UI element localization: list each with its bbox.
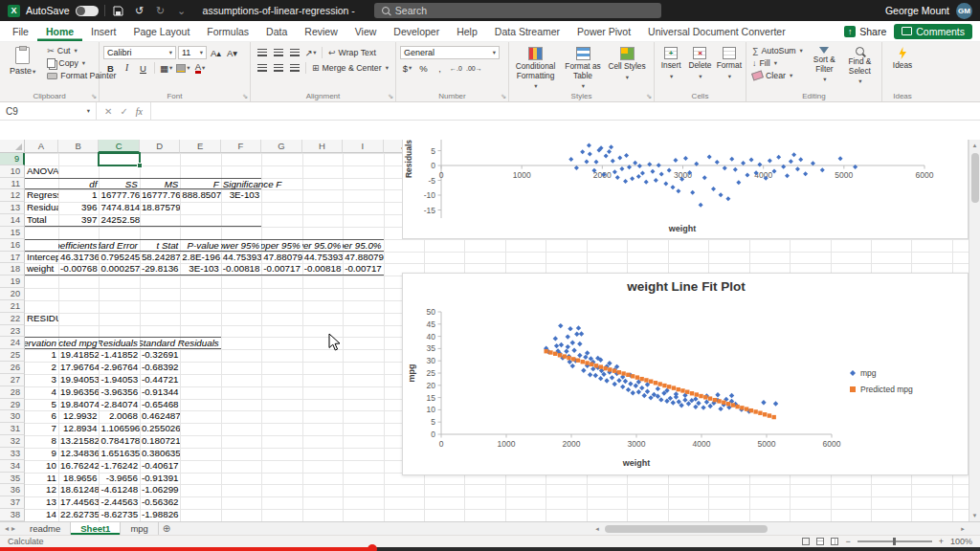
- find-select-button[interactable]: Find & Select▾: [844, 45, 876, 85]
- ribbon-tab-universal-document-converter[interactable]: Universal Document Converter: [639, 21, 794, 41]
- row-header-35[interactable]: 35: [0, 473, 25, 485]
- ribbon-tab-page-layout[interactable]: Page Layout: [124, 21, 198, 41]
- grid-cell-D31[interactable]: 0.255026: [140, 423, 180, 435]
- grid-cell-B36[interactable]: 18.61248: [58, 484, 99, 496]
- grid-cell-B27[interactable]: 19.94053: [58, 374, 99, 386]
- search-input[interactable]: Search: [374, 3, 661, 18]
- row-header-17[interactable]: 17: [0, 252, 25, 264]
- horizontal-scroll-thumb[interactable]: [605, 525, 768, 533]
- row-header-28[interactable]: 28: [0, 386, 25, 399]
- align-left-icon[interactable]: [255, 61, 269, 75]
- undo-icon[interactable]: ↺: [132, 3, 147, 18]
- grid-cell-D34[interactable]: -0.40617: [140, 460, 180, 473]
- orientation-icon[interactable]: ↗▾: [303, 46, 318, 59]
- grid-cell-A10[interactable]: ANOVA: [25, 165, 58, 178]
- name-box[interactable]: C9 ▾: [0, 102, 97, 120]
- ribbon-tab-review[interactable]: Review: [296, 21, 345, 41]
- grid-cell-D18[interactable]: -29.8136: [140, 263, 180, 276]
- ribbon-tab-formulas[interactable]: Formulas: [198, 21, 257, 41]
- video-progress-bar[interactable]: [0, 547, 980, 551]
- styles-dialog-launcher[interactable]: ⇘: [646, 93, 652, 100]
- sheet-tab-sheet1[interactable]: Sheet1: [71, 522, 121, 535]
- grid-cell-D36[interactable]: -1.06299: [140, 484, 180, 496]
- zoom-slider[interactable]: [858, 540, 932, 542]
- row-header-19[interactable]: 19: [0, 276, 25, 288]
- zoom-slider-knob[interactable]: [893, 538, 896, 545]
- row-header-24[interactable]: 24: [0, 337, 25, 349]
- grid-cell-I18[interactable]: -0.00717: [343, 263, 383, 276]
- grid-cell-E18[interactable]: 3E-103: [180, 263, 220, 276]
- grid-cell-D35[interactable]: -0.91391: [140, 473, 180, 485]
- grid-cell-B31[interactable]: 12.8934: [58, 423, 99, 435]
- cancel-icon[interactable]: ✕: [104, 106, 112, 117]
- conditional-formatting-button[interactable]: Conditional Formatting▾: [513, 45, 558, 90]
- align-bottom-icon[interactable]: [287, 46, 301, 59]
- underline-icon[interactable]: U: [136, 61, 150, 75]
- grid-cell-C17[interactable]: 0.795245: [99, 252, 139, 264]
- fx-icon[interactable]: fx: [136, 106, 143, 117]
- grid-cell-A30[interactable]: 6: [25, 410, 58, 423]
- grid-cell-B18[interactable]: -0.00768: [58, 263, 99, 276]
- comma-icon[interactable]: ,: [433, 61, 447, 75]
- grid-cell-D25[interactable]: -0.32691: [140, 349, 180, 362]
- ideas-button[interactable]: Ideas: [886, 45, 919, 71]
- row-header-26[interactable]: 26: [0, 362, 25, 374]
- grid-cell-B33[interactable]: 12.34836: [58, 448, 99, 460]
- clear-button[interactable]: Clear▾: [750, 70, 805, 81]
- sheet-nav-right-icon[interactable]: ▸: [11, 524, 15, 533]
- grid-cell-A12[interactable]: Regression: [25, 189, 58, 202]
- align-top-icon[interactable]: [255, 46, 269, 59]
- row-header-9[interactable]: 9: [0, 153, 25, 165]
- row-header-21[interactable]: 21: [0, 300, 25, 313]
- grid-cell-G18[interactable]: -0.00717: [261, 263, 301, 276]
- grid-cell-C30[interactable]: 2.0068: [99, 410, 139, 423]
- column-header-C[interactable]: C: [99, 140, 139, 153]
- align-middle-icon[interactable]: [271, 46, 285, 59]
- row-header-22[interactable]: 22: [0, 313, 25, 325]
- grid-cell-A11[interactable]: [25, 178, 58, 190]
- row-header-36[interactable]: 36: [0, 484, 25, 496]
- grid-cell-B14[interactable]: 397: [58, 214, 99, 227]
- ribbon-tab-data[interactable]: Data: [257, 21, 296, 41]
- grid-cell-B30[interactable]: 12.9932: [58, 410, 99, 423]
- autosave-toggle[interactable]: [76, 6, 99, 16]
- scroll-down-icon[interactable]: ▼: [969, 510, 980, 521]
- grid-cell-A27[interactable]: 3: [25, 374, 58, 386]
- grid-cell-A35[interactable]: 11: [25, 473, 58, 485]
- grid-cell-E16[interactable]: P-value: [180, 239, 220, 252]
- grid-cell-A37[interactable]: 13: [25, 496, 58, 509]
- column-header-A[interactable]: A: [25, 140, 58, 153]
- row-header-32[interactable]: 32: [0, 435, 25, 448]
- grid-cell-C25[interactable]: -1.41852: [99, 349, 139, 362]
- ribbon-tab-home[interactable]: Home: [37, 21, 82, 41]
- row-header-33[interactable]: 33: [0, 448, 25, 460]
- column-header-H[interactable]: H: [302, 140, 343, 153]
- grid-cell-E12[interactable]: 888.8507: [180, 189, 220, 202]
- fill-color-icon[interactable]: ▾: [175, 61, 190, 75]
- ribbon-tab-view[interactable]: View: [346, 21, 386, 41]
- grid-cell-D32[interactable]: 0.180721: [140, 435, 180, 448]
- grid-cell-D30[interactable]: 0.462487: [140, 410, 180, 423]
- user-name[interactable]: George Mount: [885, 5, 949, 16]
- alignment-dialog-launcher[interactable]: ⇘: [388, 93, 393, 100]
- sheet-nav-left-icon[interactable]: ◂: [5, 524, 9, 533]
- grid-cell-B32[interactable]: 13.21582: [58, 435, 99, 448]
- grid-cell-C29[interactable]: -2.84074: [99, 399, 139, 411]
- grid-cell-D12[interactable]: 16777.76: [140, 189, 180, 202]
- grid-cell-D16[interactable]: t Stat: [140, 239, 180, 252]
- autosum-button[interactable]: ∑AutoSum▾: [750, 45, 805, 56]
- grid-cell-C14[interactable]: 24252.58: [99, 214, 139, 227]
- grid-cell-A14[interactable]: Total: [25, 214, 58, 227]
- grid-cell-D14[interactable]: [140, 214, 180, 227]
- grid-cell-A24[interactable]: Observation: [25, 337, 58, 349]
- italic-icon[interactable]: I: [120, 61, 134, 75]
- grid-cell-C37[interactable]: -2.44563: [99, 496, 139, 509]
- row-header-30[interactable]: 30: [0, 410, 25, 423]
- horizontal-scrollbar[interactable]: ◂ ▸: [591, 523, 969, 535]
- column-header-G[interactable]: G: [261, 140, 301, 153]
- vertical-scrollbar[interactable]: ▲ ▼: [969, 140, 980, 521]
- column-header-I[interactable]: I: [343, 140, 383, 153]
- sheet-tab-readme[interactable]: readme: [20, 522, 71, 535]
- wrap-text-button[interactable]: ↩Wrap Text: [326, 47, 378, 58]
- grid-cell-E17[interactable]: 2.8E-196: [180, 252, 220, 264]
